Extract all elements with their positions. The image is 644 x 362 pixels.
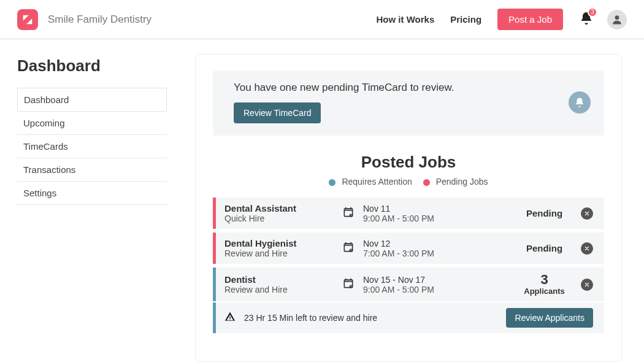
calendar-icon	[342, 206, 356, 221]
calendar-icon	[342, 277, 356, 292]
countdown-text: 23 Hr 15 Min left to review and hire	[244, 313, 497, 323]
close-icon	[584, 245, 590, 252]
job-hire-type: Review and Hire	[224, 248, 335, 258]
legend-requires-attention: Requires Attention	[329, 177, 412, 187]
dot-icon	[329, 179, 335, 186]
job-status: Pending	[515, 243, 573, 253]
job-row-footer: 23 Hr 15 Min left to review and hire Rev…	[213, 302, 604, 333]
dot-icon	[423, 179, 430, 186]
status-text: Pending	[515, 243, 573, 253]
sidebar-item-dashboard[interactable]: Dashboard	[17, 88, 167, 112]
applicant-label: Applicants	[515, 287, 573, 296]
brand-name: Smile Family Dentistry	[48, 13, 151, 26]
sidebar-nav: Dashboard Upcoming TimeCards Transaction…	[17, 88, 167, 205]
job-date: Nov 12	[363, 239, 508, 248]
sidebar: Dashboard Dashboard Upcoming TimeCards T…	[0, 39, 184, 362]
close-job-button[interactable]	[581, 279, 593, 291]
svg-point-0	[615, 15, 619, 20]
dashboard-card: You have one new pending TimeCard to rev…	[195, 54, 622, 362]
app-header: Smile Family Dentistry How it Works Pric…	[0, 0, 644, 39]
user-icon	[611, 13, 623, 26]
logo-mark-icon	[21, 13, 34, 26]
review-timecard-button[interactable]: Review TimeCard	[234, 102, 321, 123]
review-applicants-button[interactable]: Review Applicants	[506, 308, 593, 328]
legend-pending: Pending Jobs	[423, 177, 488, 187]
logo[interactable]	[17, 9, 38, 30]
page-title: Dashboard	[17, 56, 167, 75]
job-row[interactable]: Dental Assistant Quick Hire Nov 11 9:00 …	[213, 198, 604, 229]
bell-icon	[574, 97, 585, 108]
close-job-button[interactable]	[581, 207, 593, 220]
sidebar-item-timecards[interactable]: TimeCards	[17, 135, 167, 158]
sidebar-item-upcoming[interactable]: Upcoming	[17, 112, 167, 135]
close-icon	[584, 282, 590, 288]
job-date: Nov 11	[363, 204, 508, 214]
job-row[interactable]: Dental Hygienist Review and Hire Nov 12 …	[213, 233, 604, 264]
job-title: Dental Assistant	[224, 203, 335, 214]
banner-message: You have one new pending TimeCard to rev…	[234, 82, 569, 94]
status-text: Pending	[515, 208, 573, 218]
timecard-banner: You have one new pending TimeCard to rev…	[213, 71, 604, 136]
jobs-list: Dental Assistant Quick Hire Nov 11 9:00 …	[213, 198, 604, 333]
job-status: 3 Applicants	[515, 273, 573, 296]
notification-count-badge: 3	[588, 7, 597, 17]
posted-jobs-heading: Posted Jobs Requires Attention Pending J…	[213, 153, 604, 187]
legend-label: Pending Jobs	[436, 177, 488, 187]
job-hire-type: Quick Hire	[224, 214, 335, 223]
job-hours: 7:00 AM - 3:00 PM	[363, 248, 508, 258]
section-title: Posted Jobs	[213, 153, 604, 172]
sidebar-item-settings[interactable]: Settings	[17, 182, 167, 205]
nav-pricing[interactable]: Pricing	[450, 14, 481, 25]
nav-how-it-works[interactable]: How it Works	[377, 14, 435, 25]
warning-icon	[224, 311, 236, 325]
avatar[interactable]	[607, 10, 627, 29]
job-date: Nov 15 - Nov 17	[363, 275, 508, 285]
calendar-icon	[342, 241, 356, 256]
job-hire-type: Review and Hire	[224, 285, 335, 295]
job-hours: 9:00 AM - 5:00 PM	[363, 285, 508, 295]
legend: Requires Attention Pending Jobs	[213, 177, 604, 187]
notifications-button[interactable]: 3	[579, 11, 594, 28]
close-job-button[interactable]	[581, 242, 593, 255]
job-hours: 9:00 AM - 5:00 PM	[363, 214, 508, 223]
post-job-button[interactable]: Post a Job	[497, 9, 563, 30]
job-row[interactable]: Dentist Review and Hire Nov 15 - Nov 17 …	[213, 268, 604, 301]
main-content: You have one new pending TimeCard to rev…	[184, 39, 644, 362]
close-icon	[584, 210, 590, 217]
job-status: Pending	[515, 208, 573, 218]
sidebar-item-transactions[interactable]: Transactions	[17, 158, 167, 182]
legend-label: Requires Attention	[342, 177, 412, 187]
job-title: Dentist	[224, 274, 335, 285]
applicant-count: 3	[515, 273, 573, 287]
banner-bell-badge	[569, 91, 591, 114]
job-title: Dental Hygienist	[224, 238, 335, 248]
